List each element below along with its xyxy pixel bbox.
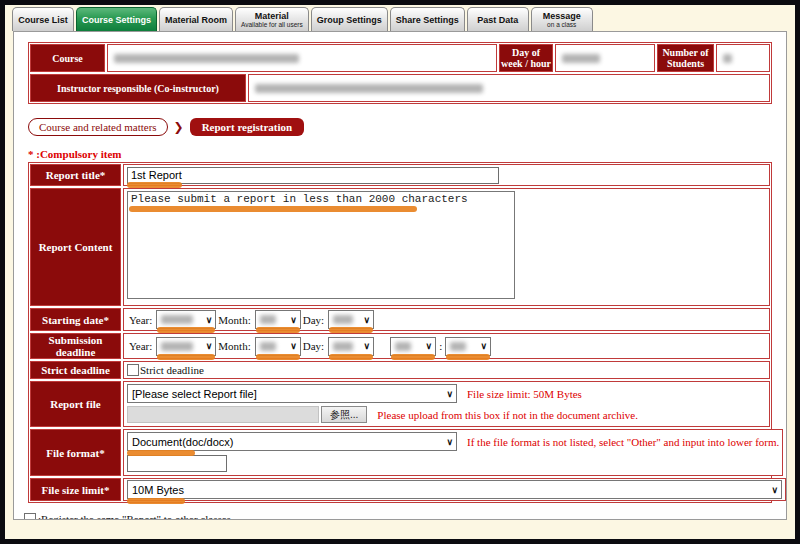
breadcrumb: Course and related matters ❯ Report regi… bbox=[28, 116, 778, 138]
day-label: Day: bbox=[303, 340, 324, 352]
report-file-select[interactable]: [Please select Report file]∨ bbox=[127, 384, 457, 403]
year-label: Year: bbox=[129, 340, 152, 352]
tab-sublabel: Available for all users bbox=[241, 21, 303, 28]
students-label: Number of Students bbox=[657, 44, 714, 72]
report-title-input[interactable] bbox=[127, 167, 499, 184]
month-label: Month: bbox=[218, 314, 250, 326]
file-upload-field[interactable] bbox=[127, 406, 319, 423]
redacted-day-hour bbox=[562, 54, 600, 63]
day-label: Day: bbox=[303, 314, 324, 326]
deadline-month-select[interactable]: ∨ bbox=[255, 337, 301, 356]
content-panel: Course Day of week / hour Number of Stud… bbox=[13, 31, 787, 520]
report-content-cell: Please submit a report in less than 2000… bbox=[123, 188, 770, 306]
file-format-label: File format* bbox=[30, 429, 121, 476]
tab-label: Material bbox=[255, 11, 289, 21]
starting-day-select[interactable]: ∨ bbox=[328, 310, 374, 329]
strict-deadline-label: Strict deadline bbox=[30, 361, 121, 379]
course-info-table: Course Day of week / hour Number of Stud… bbox=[28, 42, 772, 104]
report-file-cell: [Please select Report file]∨ File size l… bbox=[123, 381, 770, 427]
redacted-day bbox=[333, 315, 353, 324]
tab-material-all-users[interactable]: Material Available for all users bbox=[235, 7, 309, 31]
tab-past-data[interactable]: Past Data bbox=[467, 7, 529, 31]
deadline-day-select[interactable]: ∨ bbox=[328, 337, 374, 356]
tab-group-settings[interactable]: Group Settings bbox=[311, 7, 388, 31]
browse-button[interactable]: 参照... bbox=[321, 406, 367, 423]
chevron-down-icon: ∨ bbox=[364, 341, 371, 351]
redacted-day bbox=[333, 342, 353, 351]
redacted-instructor-name bbox=[255, 84, 483, 93]
file-format-cell: Document(doc/docx)∨ If the file format i… bbox=[123, 429, 783, 476]
chevron-down-icon: ∨ bbox=[206, 341, 213, 351]
file-size-limit-select-value: 10M Bytes bbox=[132, 484, 184, 496]
tab-label: Course List bbox=[18, 15, 68, 25]
tab-course-settings[interactable]: Course Settings bbox=[76, 7, 157, 31]
breadcrumb-course-matters[interactable]: Course and related matters bbox=[28, 118, 168, 136]
other-classes-option: :Register the same "Report" to other cla… bbox=[24, 513, 778, 520]
chevron-down-icon: ∨ bbox=[446, 436, 453, 446]
other-format-input[interactable] bbox=[127, 455, 227, 472]
starting-date-label: Starting date* bbox=[30, 308, 121, 331]
day-of-week-value bbox=[555, 44, 655, 72]
redacted-course-name bbox=[114, 54, 299, 63]
starting-date-row: Starting date* Year: ∨ Month: ∨ Day: ∨ bbox=[30, 308, 770, 331]
tab-label: Past Data bbox=[477, 15, 518, 25]
redacted-month bbox=[260, 342, 276, 351]
chevron-down-icon: ∨ bbox=[364, 314, 371, 324]
tab-label: Material Room bbox=[165, 15, 227, 25]
tab-share-settings[interactable]: Share Settings bbox=[390, 7, 465, 31]
tab-material-room[interactable]: Material Room bbox=[159, 7, 233, 31]
file-format-row: File format* Document(doc/docx)∨ If the … bbox=[30, 429, 770, 476]
tab-label: Message bbox=[543, 11, 581, 21]
chevron-down-icon: ∨ bbox=[426, 341, 433, 351]
other-classes-checkbox[interactable] bbox=[24, 513, 36, 520]
tab-bar: Course List Course Settings Material Roo… bbox=[5, 5, 795, 31]
page-background: Course List Course Settings Material Roo… bbox=[5, 5, 795, 539]
redacted-minute bbox=[450, 342, 466, 351]
report-form-table: Report title* Report Content Please subm… bbox=[28, 162, 772, 503]
tab-label: Course Settings bbox=[82, 15, 151, 25]
redacted-hour bbox=[395, 342, 411, 351]
annotation-underline bbox=[329, 354, 373, 360]
starting-year-select[interactable]: ∨ bbox=[156, 310, 216, 329]
students-value bbox=[716, 44, 770, 72]
deadline-minute-select[interactable]: ∨ bbox=[445, 337, 491, 356]
file-format-note: If the file format is not listed, select… bbox=[467, 436, 779, 448]
strict-deadline-cell: Strict deadline bbox=[123, 361, 770, 379]
course-label: Course bbox=[30, 44, 105, 72]
tab-label: Group Settings bbox=[317, 15, 382, 25]
month-label: Month: bbox=[218, 340, 250, 352]
report-content-label: Report Content bbox=[30, 188, 121, 306]
report-content-textarea[interactable]: Please submit a report in less than 2000… bbox=[127, 191, 515, 299]
submission-deadline-row: Submission deadline Year: ∨ Month: ∨ Day… bbox=[30, 333, 770, 359]
redacted-year bbox=[161, 315, 193, 324]
report-file-label: Report file bbox=[30, 381, 121, 427]
time-colon: : bbox=[439, 340, 442, 352]
tab-message-on-class[interactable]: Message on a class bbox=[531, 7, 593, 31]
tab-course-list[interactable]: Course List bbox=[12, 7, 74, 31]
report-title-label: Report title* bbox=[30, 164, 121, 186]
tab-sublabel: on a class bbox=[547, 21, 576, 28]
starting-date-cell: Year: ∨ Month: ∨ Day: ∨ bbox=[123, 308, 770, 331]
strict-deadline-row: Strict deadline Strict deadline bbox=[30, 361, 770, 379]
strict-deadline-checkbox[interactable] bbox=[127, 364, 139, 376]
report-file-select-value: [Please select Report file] bbox=[132, 388, 257, 400]
chevron-down-icon: ∨ bbox=[206, 314, 213, 324]
annotation-underline bbox=[391, 354, 435, 360]
deadline-year-select[interactable]: ∨ bbox=[156, 337, 216, 356]
course-name-value bbox=[107, 44, 497, 72]
starting-month-select[interactable]: ∨ bbox=[255, 310, 301, 329]
breadcrumb-chevron-icon: ❯ bbox=[174, 120, 184, 135]
chevron-down-icon: ∨ bbox=[446, 388, 453, 398]
breadcrumb-report-registration: Report registration bbox=[190, 118, 305, 136]
upload-note: Please upload from this box if not in th… bbox=[377, 409, 638, 421]
deadline-hour-select[interactable]: ∨ bbox=[390, 337, 436, 356]
file-format-select-value: Document(doc/docx) bbox=[132, 436, 234, 448]
annotation-underline bbox=[157, 354, 215, 360]
chevron-down-icon: ∨ bbox=[290, 314, 297, 324]
file-format-select[interactable]: Document(doc/docx)∨ bbox=[127, 432, 457, 451]
instructor-label: Instructor responsible (Co-instructor) bbox=[30, 74, 246, 102]
redacted-student-count bbox=[723, 54, 732, 63]
chevron-down-icon: ∨ bbox=[481, 341, 488, 351]
file-size-limit-select[interactable]: 10M Bytes∨ bbox=[127, 480, 782, 499]
annotation-underline bbox=[256, 354, 300, 360]
